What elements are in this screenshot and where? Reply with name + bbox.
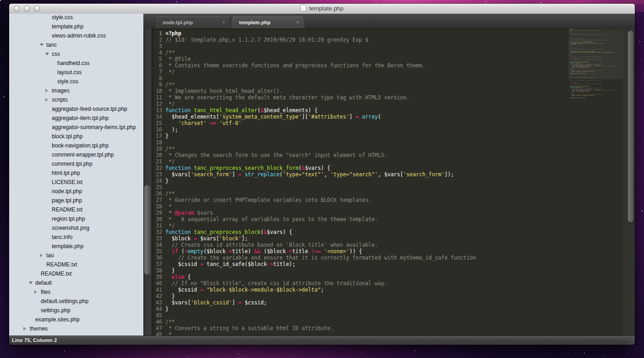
sidebar-item-page.tpl.php[interactable]: page.tpl.php bbox=[9, 196, 143, 205]
line-number[interactable]: 7 bbox=[152, 69, 162, 75]
line-number[interactable]: 27 bbox=[152, 197, 162, 203]
code-line[interactable]: 21 */ bbox=[152, 158, 175, 165]
sidebar-item-themes[interactable]: themes bbox=[9, 324, 143, 333]
code-line[interactable]: 1<?php bbox=[152, 30, 181, 37]
line-number[interactable]: 34 bbox=[152, 242, 162, 248]
sidebar-item-README.txt[interactable]: README.txt bbox=[9, 260, 143, 269]
line-number[interactable]: 19 bbox=[152, 146, 162, 152]
sidebar-item-settings.php[interactable]: settings.php bbox=[9, 306, 143, 315]
line-number[interactable]: 44 bbox=[152, 306, 162, 312]
line-number[interactable]: 5 bbox=[152, 56, 162, 62]
sidebar-item-screenshot.png[interactable]: screenshot.png bbox=[9, 223, 143, 233]
line-number[interactable]: 14 bbox=[152, 114, 162, 120]
line-number[interactable]: 32 bbox=[152, 229, 162, 235]
line-number[interactable]: 16 bbox=[152, 126, 162, 133]
sidebar-item-aggregator-feed-source.tpl.php[interactable]: aggregator-feed-source.tpl.php bbox=[9, 104, 143, 114]
code-line[interactable]: 24} bbox=[152, 178, 169, 184]
sidebar-item-template.php[interactable]: template.php bbox=[9, 22, 143, 31]
code-line[interactable]: 20 * Changes the search form to use the … bbox=[152, 152, 387, 158]
code-line[interactable]: 19/** bbox=[152, 146, 175, 152]
line-number[interactable]: 41 bbox=[152, 287, 162, 293]
sidebar-item-tao[interactable]: tao bbox=[9, 251, 143, 260]
line-number[interactable]: 6 bbox=[152, 62, 162, 69]
sidebar-item-tanc[interactable]: tanc bbox=[9, 40, 143, 49]
sidebar-item-comment-wrapper.tpl.php[interactable]: comment-wrapper.tpl.php bbox=[9, 150, 143, 159]
line-number[interactable]: 12 bbox=[152, 101, 162, 107]
sidebar-item-style.css[interactable]: style.css bbox=[9, 14, 143, 22]
code-line[interactable]: 5 * @file bbox=[152, 56, 191, 62]
line-number[interactable]: 23 bbox=[152, 171, 162, 178]
code-line[interactable]: 47 * Converts a string to a suitable htm… bbox=[152, 325, 333, 331]
sidebar-item-aggregator-summary-items.tpl.php[interactable]: aggregator-summary-items.tpl.php bbox=[9, 123, 143, 132]
folder-open-arrow-icon[interactable] bbox=[40, 43, 44, 46]
line-number[interactable]: 35 bbox=[152, 248, 162, 255]
sidebar-item-example.sites.php[interactable]: example.sites.php bbox=[9, 315, 143, 324]
sidebar-item-template.php[interactable]: template.php bbox=[9, 242, 143, 251]
sidebar-scrollbar-track[interactable] bbox=[143, 28, 152, 336]
code-line[interactable]: 4/** bbox=[152, 49, 175, 56]
code-line[interactable]: 46/** bbox=[152, 319, 175, 325]
sidebar-item-images[interactable]: images bbox=[9, 86, 143, 95]
line-number[interactable]: 18 bbox=[152, 139, 162, 146]
line-number[interactable]: 24 bbox=[152, 178, 162, 184]
line-number[interactable]: 38 bbox=[152, 267, 162, 274]
sidebar-item-tanc.info[interactable]: tanc.info bbox=[9, 233, 143, 242]
code-line[interactable]: 7 */ bbox=[152, 69, 175, 75]
sidebar-item-comment.tpl.php[interactable]: comment.tpl.php bbox=[9, 159, 143, 168]
line-number[interactable]: 20 bbox=[152, 152, 162, 158]
sidebar-item-style.css[interactable]: style.css bbox=[9, 77, 143, 86]
sidebar-item-default.settings.php[interactable]: default.settings.php bbox=[9, 297, 143, 306]
line-number[interactable]: 26 bbox=[152, 190, 162, 197]
sidebar-item-default[interactable]: default bbox=[9, 278, 143, 287]
sidebar-item-handheld.css[interactable]: handheld.css bbox=[9, 59, 143, 68]
line-number[interactable]: 39 bbox=[152, 274, 162, 280]
code-line[interactable]: 29 * @param $vars bbox=[152, 210, 213, 216]
sidebar-item-css[interactable]: css bbox=[9, 49, 143, 59]
folder-closed-arrow-icon[interactable] bbox=[34, 290, 37, 294]
line-number[interactable]: 40 bbox=[152, 280, 162, 287]
sidebar-item-html.tpl.php[interactable]: html.tpl.php bbox=[9, 168, 143, 178]
line-number[interactable]: 33 bbox=[152, 235, 162, 242]
code-line[interactable]: 37 $cssid = tanc_id_safe($block->title); bbox=[152, 261, 295, 267]
code-line[interactable]: 23 $vars['search_form'] = str_replace('t… bbox=[152, 171, 454, 178]
code-line[interactable]: 9/** bbox=[152, 81, 175, 88]
sidebar-item-scripts[interactable]: scripts bbox=[9, 95, 143, 104]
line-number[interactable]: 9 bbox=[152, 81, 162, 88]
code-line[interactable]: 11 * We are overwriting the default meta… bbox=[152, 94, 409, 101]
folder-closed-arrow-icon[interactable] bbox=[23, 327, 26, 331]
line-number[interactable]: 43 bbox=[152, 299, 162, 306]
editor-scrollbar-thumb[interactable] bbox=[628, 31, 633, 222]
code-line[interactable]: 41 $cssid = "block-$block->module-$block… bbox=[152, 287, 324, 293]
sidebar-item-book-navigation.tpl.php[interactable]: book-navigation.tpl.php bbox=[9, 141, 143, 150]
code-line[interactable]: 36 // Create the variable and ensure tha… bbox=[152, 255, 476, 261]
code-line[interactable]: 2// $Id: template.php,v 1.1.2.7 2010/06/… bbox=[152, 37, 368, 43]
code-line[interactable]: 31 */ bbox=[152, 222, 175, 229]
folder-closed-arrow-icon[interactable] bbox=[45, 89, 48, 92]
sidebar-scrollbar-thumb[interactable] bbox=[144, 185, 150, 275]
code-line[interactable]: 6 * Contains theme override functions an… bbox=[152, 62, 426, 69]
line-number[interactable]: 29 bbox=[152, 210, 162, 216]
minimap[interactable]: <?php// $Id: template.php,v 1.1.2.7 2010… bbox=[570, 29, 627, 100]
line-number[interactable]: 13 bbox=[152, 107, 162, 114]
code-line[interactable]: 14 $head_elements['system_meta_content_t… bbox=[152, 114, 381, 120]
code-line[interactable]: 40 // If no "Block title", create css id… bbox=[152, 280, 387, 287]
code-line[interactable]: 18 bbox=[152, 139, 165, 146]
code-line[interactable]: 33 $block = $vars['block']; bbox=[152, 235, 248, 242]
line-number[interactable]: 17 bbox=[152, 133, 162, 139]
tab-close-icon[interactable]: × bbox=[222, 17, 225, 28]
code-line[interactable]: 25 bbox=[152, 184, 165, 190]
line-number[interactable]: 22 bbox=[152, 165, 162, 171]
sidebar-item-README.txt[interactable]: README.txt bbox=[9, 205, 143, 214]
code-line[interactable]: 15 'charset' => 'utf-8' bbox=[152, 120, 241, 126]
line-number[interactable]: 1 bbox=[152, 30, 162, 37]
line-number[interactable]: 28 bbox=[152, 203, 162, 210]
line-number[interactable]: 30 bbox=[152, 216, 162, 222]
tab-template.php[interactable]: template.php× bbox=[235, 16, 301, 28]
code-line[interactable]: 44} bbox=[152, 306, 169, 312]
resize-grip[interactable] bbox=[628, 338, 634, 344]
window-titlebar[interactable]: template.php bbox=[9, 4, 635, 14]
code-line[interactable]: 13function tanc_html_head_alter(&$head_e… bbox=[152, 107, 317, 114]
line-number[interactable]: 2 bbox=[152, 37, 162, 43]
code-line[interactable]: 30 * A sequential array of variables to … bbox=[152, 216, 378, 222]
code-line[interactable]: 3 bbox=[152, 43, 165, 49]
